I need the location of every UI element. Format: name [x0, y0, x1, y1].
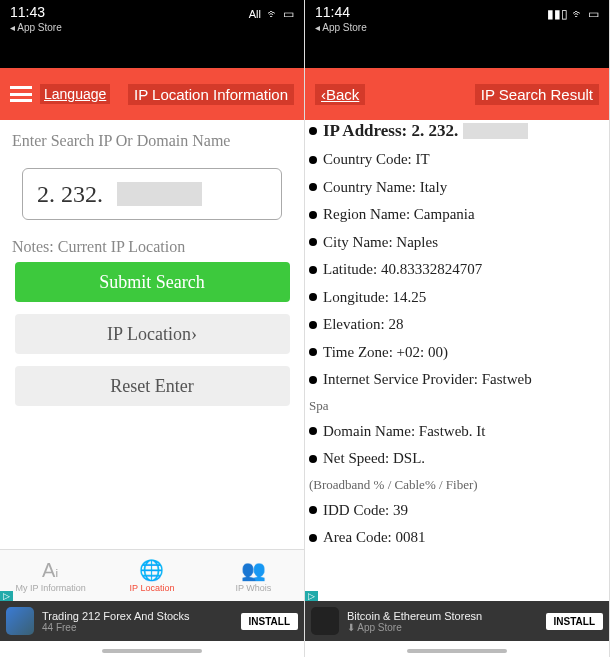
- ip-location-button[interactable]: IP Location›: [15, 314, 290, 354]
- ad-banner[interactable]: ▷ Trading 212 Forex And Stocks 44 Free I…: [0, 601, 304, 641]
- signal-icon: ▮▮▯: [547, 7, 568, 21]
- ad-app-icon: [311, 607, 339, 635]
- ad-banner[interactable]: ▷ Bitcoin & Ethereum Storesn ⬇ App Store…: [305, 601, 609, 641]
- result-area: Area Code: 0081: [323, 528, 425, 548]
- result-isp-cont: Spa: [309, 398, 605, 414]
- result-elevation: Elevation: 28: [323, 315, 403, 335]
- result-region: Region Name: Campania: [323, 205, 475, 225]
- install-button[interactable]: INSTALL: [546, 613, 603, 630]
- phone-right: 11:44 ◂ App Store ▮▮▯ ᯤ ▭ ‹Back IP Searc…: [305, 0, 610, 657]
- result-idd: IDD Code: 39: [323, 501, 408, 521]
- result-isp: Internet Service Provider: Fastweb: [323, 370, 532, 390]
- ad-marker-icon: ▷: [0, 591, 13, 601]
- status-icons: All ᯤ ▭: [249, 4, 294, 21]
- menu-icon[interactable]: [10, 86, 32, 102]
- result-country-code: Country Code: IT: [323, 150, 430, 170]
- app-header: ‹Back IP Search Result: [305, 68, 609, 120]
- status-time: 11:44: [315, 4, 367, 20]
- result-latitude: Latitude: 40.83332824707: [323, 260, 482, 280]
- battery-icon: ▭: [283, 7, 294, 21]
- result-speed: Net Speed: DSL.: [323, 449, 425, 469]
- home-indicator: [102, 649, 202, 653]
- people-icon: 👥: [241, 558, 266, 582]
- header-title: IP Search Result: [475, 84, 599, 105]
- notes-label: Notes: Current IP Location: [12, 238, 292, 256]
- wifi-icon: ᯤ: [572, 7, 584, 21]
- app-header: Language IP Location Information: [0, 68, 304, 120]
- result-speed-note: (Broadband % / Cable% / Fiber): [309, 477, 605, 493]
- install-button[interactable]: INSTALL: [241, 613, 298, 630]
- ad-app-icon: [6, 607, 34, 635]
- info-icon: Aᵢ: [42, 558, 59, 582]
- globe-icon: 🌐: [139, 558, 164, 582]
- status-bar: 11:44 ◂ App Store ▮▮▯ ᯤ ▭: [305, 0, 609, 40]
- ad-title: Bitcoin & Ethereum Storesn: [347, 610, 546, 622]
- result-longitude: Longitude: 14.25: [323, 288, 426, 308]
- appstore-back[interactable]: ◂ App Store: [10, 22, 62, 33]
- phone-left: 11:43 ◂ App Store All ᯤ ▭ Language IP Lo…: [0, 0, 305, 657]
- submit-search-button[interactable]: Submit Search: [15, 262, 290, 302]
- status-bar: 11:43 ◂ App Store All ᯤ ▭: [0, 0, 304, 40]
- result-domain: Domain Name: Fastweb. It: [323, 422, 485, 442]
- ad-subtitle: ⬇ App Store: [347, 622, 546, 633]
- nav-my-ip[interactable]: Aᵢ My IP Information: [0, 550, 101, 601]
- status-icons: ▮▮▯ ᯤ ▭: [547, 4, 599, 21]
- header-title: IP Location Information: [128, 84, 294, 105]
- status-time: 11:43: [10, 4, 62, 20]
- nav-ip-whois[interactable]: 👥 IP Whois: [203, 550, 304, 601]
- redacted-overlay: [463, 123, 528, 139]
- reset-button[interactable]: Reset Enter: [15, 366, 290, 406]
- nav-ip-location[interactable]: 🌐 IP Location: [101, 550, 202, 601]
- wifi-icon: ᯤ: [267, 7, 279, 21]
- battery-icon: ▭: [588, 7, 599, 21]
- result-ip: IP Address: 2. 232.: [323, 120, 458, 142]
- ad-title: Trading 212 Forex And Stocks: [42, 610, 241, 622]
- appstore-back[interactable]: ◂ App Store: [315, 22, 367, 33]
- redacted-overlay: [117, 182, 202, 206]
- result-timezone: Time Zone: +02: 00): [323, 343, 448, 363]
- bottom-nav: Aᵢ My IP Information 🌐 IP Location 👥 IP …: [0, 549, 304, 601]
- result-city: City Name: Naples: [323, 233, 438, 253]
- home-indicator: [407, 649, 507, 653]
- carrier-label: All: [249, 8, 261, 20]
- search-label: Enter Search IP Or Domain Name: [12, 132, 292, 150]
- result-country-name: Country Name: Italy: [323, 178, 447, 198]
- ad-marker-icon: ▷: [305, 591, 318, 601]
- back-button[interactable]: ‹Back: [315, 84, 365, 105]
- ad-subtitle: 44 Free: [42, 622, 241, 633]
- language-button[interactable]: Language: [40, 84, 110, 104]
